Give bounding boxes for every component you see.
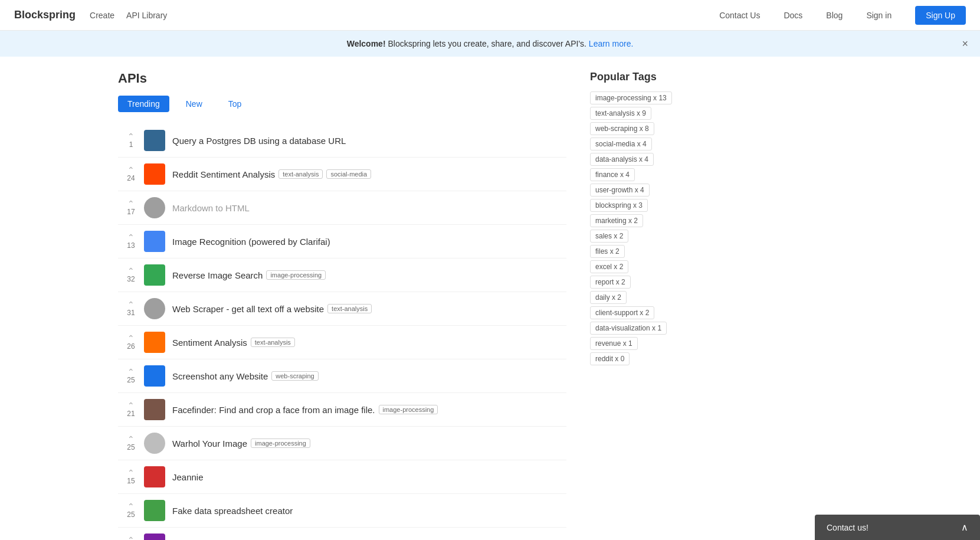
- tab-new[interactable]: New: [176, 96, 212, 112]
- api-name: Reverse Image Search: [172, 270, 263, 280]
- vote-section: ⌃ 32: [118, 267, 144, 283]
- signin-link[interactable]: Sign in: [866, 11, 891, 20]
- nav-api-library[interactable]: API Library: [126, 11, 167, 20]
- popular-tag[interactable]: finance x 4: [590, 168, 635, 181]
- upvote-arrow-icon[interactable]: ⌃: [127, 368, 135, 376]
- vote-count: 25: [127, 376, 135, 384]
- api-tag[interactable]: image-processing: [251, 438, 310, 448]
- upvote-arrow-icon[interactable]: ⌃: [127, 267, 135, 275]
- upvote-arrow-icon[interactable]: ⌃: [127, 401, 135, 410]
- popular-tag[interactable]: excel x 2: [590, 260, 628, 273]
- popular-tag[interactable]: data-analysis x 4: [590, 153, 654, 166]
- tab-top[interactable]: Top: [219, 96, 251, 112]
- list-item[interactable]: ⌃ 5 Daily Horoscope: [118, 528, 566, 540]
- api-info: Facefinder: Find and crop a face from an…: [172, 405, 438, 415]
- list-item[interactable]: ⌃ 13 Image Recognition (powered by Clari…: [118, 225, 566, 258]
- vote-count: 31: [127, 309, 135, 317]
- list-item[interactable]: ⌃ 15 Jeannie: [118, 460, 566, 494]
- popular-tag[interactable]: image-processing x 13: [590, 91, 672, 104]
- api-name: Query a Postgres DB using a database URL: [172, 136, 346, 146]
- tabs-bar: Trending New Top: [118, 96, 566, 112]
- popular-tag[interactable]: social-media x 4: [590, 138, 652, 150]
- list-item[interactable]: ⌃ 25 Warhol Your Image image-processing: [118, 427, 566, 460]
- vote-count: 26: [127, 342, 135, 351]
- upvote-arrow-icon[interactable]: ⌃: [127, 233, 135, 241]
- popular-tags-title: Popular Tags: [590, 71, 720, 83]
- popular-tag[interactable]: files x 2: [590, 245, 625, 258]
- apis-title: APIs: [118, 71, 566, 86]
- upvote-arrow-icon[interactable]: ⌃: [127, 469, 135, 477]
- list-item[interactable]: ⌃ 25 Fake data spreadsheet creator: [118, 494, 566, 528]
- api-thumbnail: [144, 399, 165, 420]
- welcome-banner: Welcome! Blockspring lets you create, sh…: [0, 31, 980, 57]
- popular-tag[interactable]: reddit x 0: [590, 352, 630, 365]
- tab-trending[interactable]: Trending: [118, 96, 169, 112]
- api-name: Markdown to HTML: [172, 203, 250, 213]
- popular-tag[interactable]: blockspring x 3: [590, 199, 648, 212]
- popular-tag[interactable]: sales x 2: [590, 230, 628, 243]
- contact-chevron-icon[interactable]: ∧: [961, 522, 968, 533]
- popular-tag[interactable]: marketing x 2: [590, 214, 643, 227]
- popular-tag[interactable]: web-scraping x 8: [590, 122, 654, 135]
- learn-more-link[interactable]: Learn more.: [589, 39, 633, 48]
- list-item[interactable]: ⌃ 1 Query a Postgres DB using a database…: [118, 124, 566, 158]
- upvote-arrow-icon[interactable]: ⌃: [127, 536, 135, 540]
- vote-section: ⌃ 25: [118, 368, 144, 384]
- upvote-arrow-icon[interactable]: ⌃: [127, 300, 135, 309]
- vote-count: 25: [127, 510, 135, 519]
- list-item[interactable]: ⌃ 17 Markdown to HTML: [118, 191, 566, 225]
- upvote-arrow-icon[interactable]: ⌃: [127, 199, 135, 208]
- api-tag[interactable]: text-analysis: [327, 304, 372, 313]
- popular-tag[interactable]: user-growth x 4: [590, 184, 650, 197]
- signup-button[interactable]: Sign Up: [915, 6, 966, 25]
- api-tag[interactable]: text-analysis: [278, 169, 323, 179]
- popular-tag[interactable]: revenue x 1: [590, 337, 638, 350]
- vote-count: 21: [127, 410, 135, 418]
- tags-list: image-processing x 13text-analysis x 9we…: [590, 91, 720, 365]
- docs-link[interactable]: Docs: [784, 11, 802, 20]
- contact-us-link[interactable]: Contact Us: [719, 11, 760, 20]
- header: Blockspring Create API Library Contact U…: [0, 0, 980, 31]
- popular-tag[interactable]: report x 2: [590, 276, 631, 289]
- banner-bold: Welcome!: [347, 39, 386, 48]
- api-tag[interactable]: image-processing: [266, 270, 326, 280]
- popular-tag[interactable]: client-support x 2: [590, 306, 654, 319]
- api-tag[interactable]: image-processing: [379, 405, 438, 414]
- api-thumbnail: [144, 130, 165, 151]
- list-item[interactable]: ⌃ 31 Web Scraper - get all text off a we…: [118, 292, 566, 326]
- upvote-arrow-icon[interactable]: ⌃: [127, 166, 135, 174]
- popular-tag[interactable]: daily x 2: [590, 291, 627, 304]
- vote-count: 24: [127, 174, 135, 182]
- api-name: Facefinder: Find and crop a face from an…: [172, 405, 375, 415]
- api-thumbnail: [144, 433, 165, 454]
- api-tag[interactable]: web-scraping: [271, 371, 318, 381]
- upvote-arrow-icon[interactable]: ⌃: [127, 435, 135, 443]
- banner-close-button[interactable]: ×: [962, 38, 968, 50]
- api-thumbnail: [144, 466, 165, 487]
- list-item[interactable]: ⌃ 25 Screenshot any Website web-scraping: [118, 359, 566, 393]
- upvote-arrow-icon[interactable]: ⌃: [127, 334, 135, 342]
- vote-count: 13: [127, 241, 135, 250]
- api-name: Screenshot any Website: [172, 371, 268, 381]
- vote-section: ⌃ 5: [118, 536, 144, 540]
- banner-text: Welcome! Blockspring lets you create, sh…: [347, 39, 634, 48]
- list-item[interactable]: ⌃ 21 Facefinder: Find and crop a face fr…: [118, 393, 566, 427]
- list-item[interactable]: ⌃ 24 Reddit Sentiment Analysis text-anal…: [118, 158, 566, 191]
- api-info: Screenshot any Website web-scraping: [172, 371, 319, 381]
- contact-footer[interactable]: Contact us! ∧: [815, 515, 980, 540]
- popular-tag[interactable]: data-visualization x 1: [590, 322, 667, 335]
- nav-create[interactable]: Create: [90, 11, 114, 20]
- api-info: Image Recognition (powered by Clarifai): [172, 237, 330, 247]
- vote-section: ⌃ 31: [118, 300, 144, 317]
- api-info: Markdown to HTML: [172, 203, 250, 213]
- upvote-arrow-icon[interactable]: ⌃: [127, 502, 135, 510]
- list-item[interactable]: ⌃ 32 Reverse Image Search image-processi…: [118, 258, 566, 292]
- popular-tag[interactable]: text-analysis x 9: [590, 107, 651, 120]
- api-tag[interactable]: social-media: [326, 169, 371, 179]
- api-tag[interactable]: text-analysis: [251, 338, 295, 347]
- blog-link[interactable]: Blog: [826, 11, 843, 20]
- logo[interactable]: Blockspring: [14, 9, 76, 21]
- upvote-arrow-icon[interactable]: ⌃: [127, 132, 135, 140]
- api-thumbnail: [144, 197, 165, 218]
- list-item[interactable]: ⌃ 26 Sentiment Analysis text-analysis: [118, 326, 566, 359]
